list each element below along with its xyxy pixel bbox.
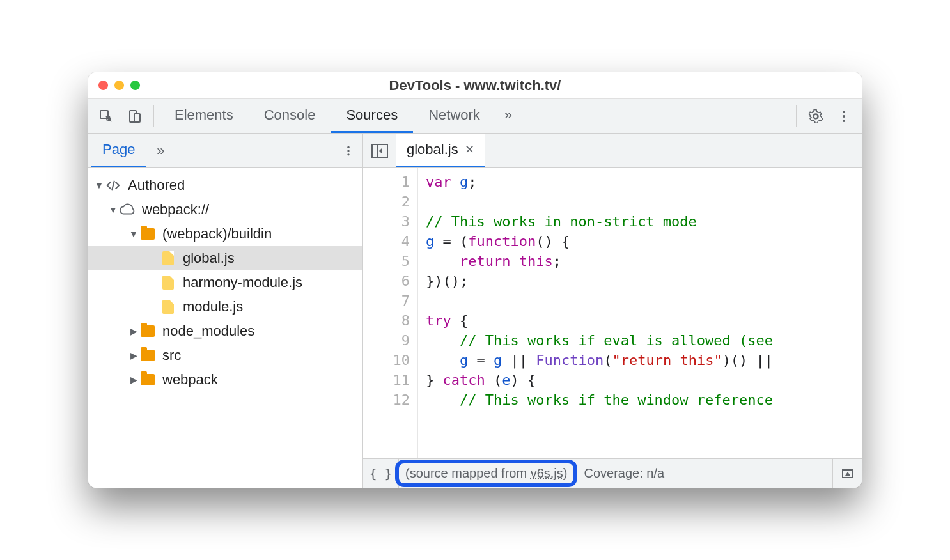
folder-icon (139, 226, 156, 242)
tree-label: harmony-module.js (183, 274, 302, 291)
editor-tab-label: global.js (407, 141, 458, 158)
tree-label: webpack:// (142, 201, 209, 218)
chevron-down-icon: ▼ (128, 229, 139, 239)
tree-authored[interactable]: ▼ Authored (88, 173, 362, 198)
source-map-link[interactable]: v6s.js (531, 466, 563, 480)
divider (153, 105, 154, 127)
window-title: DevTools - www.twitch.tv/ (88, 77, 862, 94)
tabs-overflow[interactable]: » (495, 99, 521, 133)
tree-label: Authored (128, 177, 185, 194)
minimize-icon[interactable] (114, 81, 124, 90)
navigator-tab-page[interactable]: Page (91, 134, 146, 167)
svg-point-8 (347, 150, 349, 152)
svg-point-3 (814, 114, 818, 118)
tree-file[interactable]: harmony-module.js (88, 270, 362, 295)
device-toggle-icon[interactable] (120, 99, 148, 133)
tab-elements[interactable]: Elements (159, 99, 249, 133)
titlebar: DevTools - www.twitch.tv/ (88, 72, 862, 99)
devtools-window: DevTools - www.twitch.tv/ Elements Conso… (88, 72, 862, 488)
navigator-sidebar: Page » ▼ Authored (88, 134, 363, 488)
inspect-icon[interactable] (92, 99, 120, 133)
code-editor[interactable]: 123456789101112 var g; // This works in … (363, 168, 862, 458)
file-tree: ▼ Authored ▼ webpack:// (88, 168, 362, 488)
close-tab-icon[interactable]: ✕ (465, 143, 474, 157)
tree-label: (webpack)/buildin (162, 226, 272, 242)
navigator-menu-icon[interactable] (334, 134, 362, 167)
close-icon[interactable] (98, 81, 108, 90)
folder-icon (139, 347, 156, 364)
svg-point-9 (347, 153, 349, 155)
tab-network[interactable]: Network (413, 99, 495, 133)
editor-tabbar: global.js ✕ (363, 134, 862, 168)
tree-folder[interactable]: ▶ src (88, 343, 362, 368)
tree-label: src (162, 347, 181, 364)
toggle-drawer-icon[interactable] (832, 459, 862, 488)
chevron-right-icon: ▶ (128, 350, 139, 361)
tab-sources[interactable]: Sources (331, 99, 413, 133)
file-icon (160, 250, 176, 267)
toggle-navigator-icon[interactable] (363, 134, 396, 167)
chevron-right-icon: ▶ (128, 326, 139, 336)
main-tabbar: Elements Console Sources Network » (88, 99, 862, 134)
tree-label: node_modules (162, 323, 254, 339)
source-map-suffix: ) (563, 466, 568, 480)
tree-label: module.js (183, 299, 243, 315)
tree-domain[interactable]: ▼ webpack:// (88, 198, 362, 222)
maximize-icon[interactable] (130, 81, 140, 90)
folder-icon (139, 323, 156, 339)
kebab-icon[interactable] (830, 99, 858, 133)
pretty-print-icon[interactable]: { } (363, 459, 399, 488)
file-icon (160, 274, 176, 291)
editor-tab-file[interactable]: global.js ✕ (396, 134, 485, 167)
source-map-info: (source mapped from v6s.js) (399, 466, 573, 481)
tree-label: global.js (183, 250, 235, 267)
code-icon (105, 177, 121, 194)
tree-label: webpack (162, 371, 218, 388)
tab-console[interactable]: Console (249, 99, 331, 133)
divider (796, 105, 797, 127)
navigator-tabbar: Page » (88, 134, 362, 168)
chevron-down-icon: ▼ (93, 180, 105, 191)
tree-file[interactable]: module.js (88, 295, 362, 319)
svg-rect-2 (134, 114, 140, 122)
editor-statusbar: { } (source mapped from v6s.js) Coverage… (363, 458, 862, 488)
line-gutter: 123456789101112 (363, 168, 418, 458)
svg-point-4 (843, 111, 845, 113)
chevron-right-icon: ▶ (128, 375, 139, 385)
tree-folder[interactable]: ▶ webpack (88, 368, 362, 392)
folder-icon (139, 371, 156, 388)
tree-folder[interactable]: ▶ node_modules (88, 319, 362, 343)
navigator-tabs-overflow[interactable]: » (146, 134, 175, 167)
source-map-prefix: (source mapped from (405, 466, 531, 480)
traffic-lights (98, 81, 140, 90)
editor-panel: global.js ✕ 123456789101112 var g; // Th… (363, 134, 862, 488)
settings-icon[interactable] (802, 99, 830, 133)
tree-folder-open[interactable]: ▼ (webpack)/buildin (88, 222, 362, 246)
chevron-down-icon: ▼ (107, 205, 119, 215)
svg-point-5 (843, 115, 845, 118)
svg-point-6 (843, 120, 845, 122)
file-icon (160, 299, 176, 315)
tree-file[interactable]: global.js (88, 246, 362, 270)
cloud-icon (119, 201, 136, 218)
code-content[interactable]: var g; // This works in non-strict modeg… (418, 168, 862, 458)
coverage-info: Coverage: n/a (584, 466, 664, 481)
svg-point-7 (347, 146, 349, 148)
